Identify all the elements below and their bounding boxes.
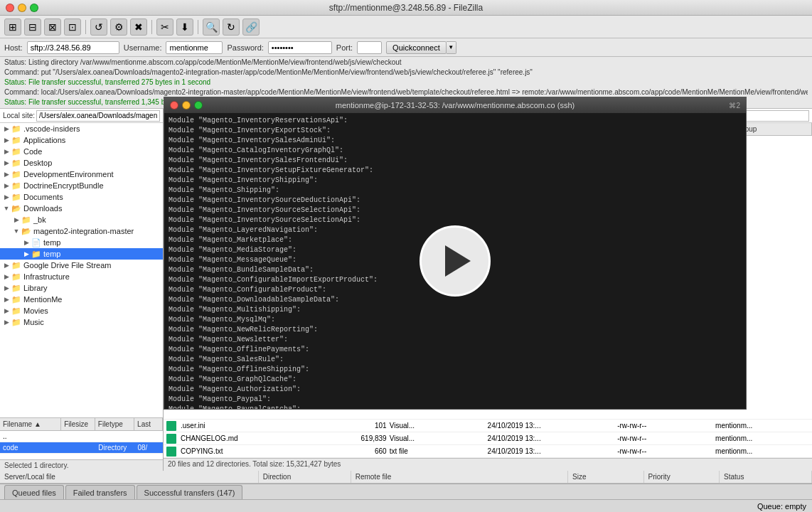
tree-item-devenv[interactable]: ▶ 📁 DevelopmentEnvironment — [0, 169, 163, 180]
tree-label-devenv: DevelopmentEnvironment — [23, 170, 114, 178]
transfer-col-size[interactable]: Size — [568, 471, 644, 483]
local-path-input[interactable] — [36, 110, 160, 122]
tree-arrow-vscode: ▶ — [3, 125, 10, 132]
local-file-list-header: Filename ▲ Filesize Filetype Last — [0, 418, 163, 431]
remote-filename-copying: COPYING.txt — [179, 447, 321, 455]
tab-queued-files[interactable]: Queued files — [4, 485, 64, 499]
toolbar-icon-1[interactable]: ⊞ — [4, 18, 21, 36]
tree-item-code[interactable]: ▶ 📁 Code — [0, 146, 163, 157]
col-filesize[interactable]: Filesize — [61, 418, 95, 430]
col-filetype[interactable]: Filetype — [95, 418, 134, 430]
transfer-col-status[interactable]: Status — [720, 471, 812, 483]
toolbar-icon-2[interactable]: ⊟ — [24, 18, 41, 36]
status-line-4: Command: local:/Users/alex.oanea/Downloa… — [4, 87, 808, 97]
tree-item-mentionme[interactable]: ▶ 📁 MentionMe — [0, 294, 163, 305]
remote-file-icon-changelog — [166, 434, 176, 444]
host-input[interactable] — [27, 41, 119, 54]
remote-date-changelog: 24/10/2019 13:... — [486, 434, 616, 442]
col-filename[interactable]: Filename ▲ — [0, 418, 61, 430]
tree-item-desktop[interactable]: ▶ 📁 Desktop — [0, 157, 163, 169]
toolbar-icon-4[interactable]: ⊡ — [64, 18, 81, 36]
toolbar-icon-7[interactable]: ✖ — [130, 18, 147, 36]
tree-item-downloads[interactable]: ▼ 📂 Downloads — [0, 203, 163, 214]
password-label: Password: — [227, 43, 263, 52]
toolbar-icon-12[interactable]: 🔗 — [242, 18, 260, 36]
remote-perms-changelog: -rw-rw-r-- — [616, 434, 714, 442]
tab-successful-transfers[interactable]: Successful transfers (147) — [137, 485, 243, 499]
tree-item-movies[interactable]: ▶ 📁 Movies — [0, 305, 163, 316]
toolbar-icon-9[interactable]: ⬇ — [176, 18, 193, 36]
tree-item-music[interactable]: ▶ 📁 Music — [0, 316, 163, 328]
minimize-button[interactable] — [18, 4, 26, 12]
bottom-tab-bar: Queued files Failed transfers Successful… — [0, 484, 812, 499]
file-row-parent[interactable]: .. — [0, 431, 163, 442]
ssh-maximize-button[interactable] — [194, 101, 203, 110]
tree-label-temp2: temp — [43, 250, 60, 258]
remote-date-userini: 24/10/2019 13:... — [486, 422, 616, 430]
ssh-shortcut: ⌘2 — [729, 102, 740, 110]
toolbar-icon-11[interactable]: ↻ — [223, 18, 240, 36]
toolbar: ⊞ ⊟ ⊠ ⊡ ↺ ⚙ ✖ ✂ ⬇ 🔍 ↻ 🔗 — [0, 16, 812, 38]
connection-bar: Host: Username: Password: Port: Quickcon… — [0, 38, 812, 57]
file-type-code: Directory — [95, 444, 134, 452]
port-input[interactable] — [357, 41, 382, 54]
file-name-code: code — [0, 444, 62, 452]
tree-item-gdrive[interactable]: ▶ 📁 Google Drive File Stream — [0, 260, 163, 271]
tree-label-bk: _bk — [33, 215, 46, 224]
ssh-minimize-button[interactable] — [182, 101, 191, 110]
transfer-queue-header: Server/Local file Direction Remote file … — [0, 471, 812, 484]
transfer-col-priority[interactable]: Priority — [644, 471, 720, 483]
tree-label-code: Code — [23, 147, 42, 156]
transfer-col-remotefile[interactable]: Remote file — [351, 471, 568, 483]
ssh-close-button[interactable] — [170, 101, 178, 110]
remote-filetype-copying: txt file — [388, 447, 486, 455]
toolbar-icon-8[interactable]: ✂ — [156, 18, 173, 36]
remote-filesize-changelog: 619,839 — [321, 434, 388, 442]
file-row-code[interactable]: code Directory 08/ — [0, 442, 163, 454]
maximize-button[interactable] — [30, 4, 38, 12]
remote-owner-copying: mentionm... — [714, 447, 812, 455]
toolbar-icon-3[interactable]: ⊠ — [44, 18, 61, 36]
tree-item-applications[interactable]: ▶ 📁 Applications — [0, 134, 163, 146]
transfer-col-direction[interactable]: Direction — [259, 471, 351, 483]
status-line-1: Status: Listing directory /var/www/menti… — [4, 58, 808, 68]
remote-visible-files: .user.ini 101 Visual... 24/10/2019 13:..… — [164, 419, 812, 458]
close-button[interactable] — [6, 4, 14, 12]
quickconnect-dropdown-button[interactable]: ▼ — [447, 41, 456, 54]
tree-item-infra[interactable]: ▶ 📁 Infrastructure — [0, 271, 163, 282]
toolbar-separator-2 — [151, 20, 152, 34]
tree-item-temp1[interactable]: ▶ 📄 temp — [0, 237, 163, 248]
username-label: Username: — [124, 43, 162, 52]
remote-file-row-copying[interactable]: COPYING.txt 660 txt file 24/10/2019 13:.… — [164, 445, 812, 458]
title-bar: sftp://mentionme@3.248.56.89 - FileZilla — [0, 0, 812, 16]
tree-item-documents[interactable]: ▶ 📁 Documents — [0, 191, 163, 203]
col-lastmod[interactable]: Last — [134, 418, 163, 430]
tree-item-vscode[interactable]: ▶ 📁 .vscode-insiders — [0, 123, 163, 134]
remote-owner-changelog: mentionm... — [714, 434, 812, 442]
transfer-col-serverfile[interactable]: Server/Local file — [0, 471, 259, 483]
remote-date-copying: 24/10/2019 13:... — [486, 447, 616, 455]
tree-item-bk[interactable]: ▶ 📁 _bk — [0, 214, 163, 225]
quickconnect-button[interactable]: Quickconnect — [386, 41, 447, 54]
remote-file-row-changelog[interactable]: CHANGELOG.md 619,839 Visual... 24/10/201… — [164, 432, 812, 445]
toolbar-icon-5[interactable]: ↺ — [90, 18, 107, 36]
tree-label-movies: Movies — [23, 306, 48, 315]
play-button[interactable] — [420, 225, 491, 297]
username-input[interactable] — [166, 41, 223, 54]
tree-label-music: Music — [23, 318, 44, 326]
tree-item-magento[interactable]: ▼ 📂 magento2-integration-master — [0, 225, 163, 237]
toolbar-icon-10[interactable]: 🔍 — [203, 18, 220, 36]
remote-perms-copying: -rw-rw-r-- — [616, 447, 714, 455]
remote-filetype-changelog: Visual... — [388, 434, 486, 442]
tree-label-applications: Applications — [23, 136, 65, 144]
password-input[interactable] — [268, 41, 332, 54]
tree-item-library[interactable]: ▶ 📁 Library — [0, 282, 163, 294]
toolbar-icon-6[interactable]: ⚙ — [110, 18, 127, 36]
remote-file-row-userini[interactable]: .user.ini 101 Visual... 24/10/2019 13:..… — [164, 420, 812, 432]
tree-item-doctrine[interactable]: ▶ 📁 DoctrineEncryptBundle — [0, 180, 163, 191]
tab-failed-transfers[interactable]: Failed transfers — [65, 485, 135, 499]
tree-item-temp2[interactable]: ▶ 📁 temp — [0, 248, 163, 260]
selected-info: Selected 1 directory. — [0, 459, 163, 471]
local-tree[interactable]: ▶ 📁 .vscode-insiders ▶ 📁 Applications ▶ … — [0, 123, 163, 417]
ssh-terminal[interactable]: mentionme@ip-172-31-32-53: /var/www/ment… — [164, 97, 747, 410]
